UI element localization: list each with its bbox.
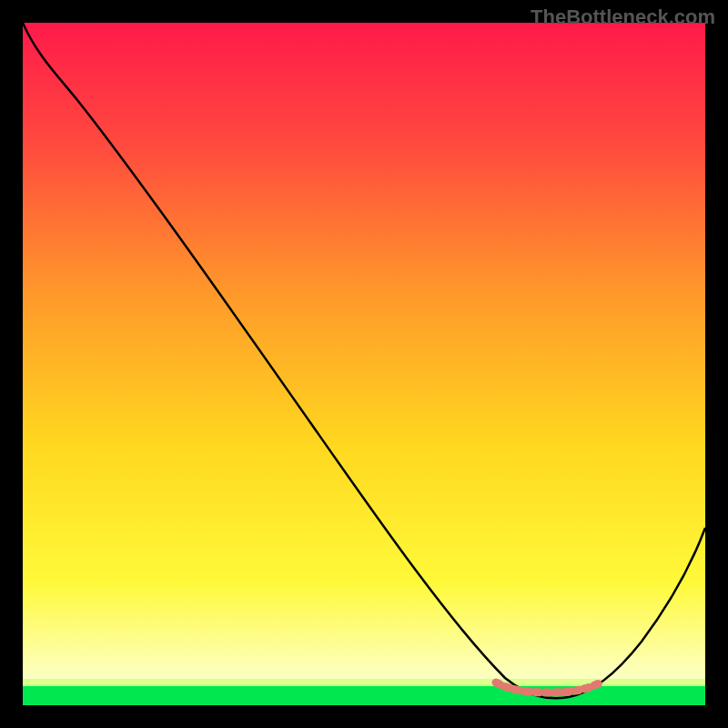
- gradient-background: [23, 23, 705, 705]
- chart-svg: [23, 23, 705, 705]
- watermark-text: TheBottleneck.com: [531, 5, 715, 29]
- chart-plot-area: [23, 23, 705, 705]
- green-bottom-band: [23, 684, 705, 705]
